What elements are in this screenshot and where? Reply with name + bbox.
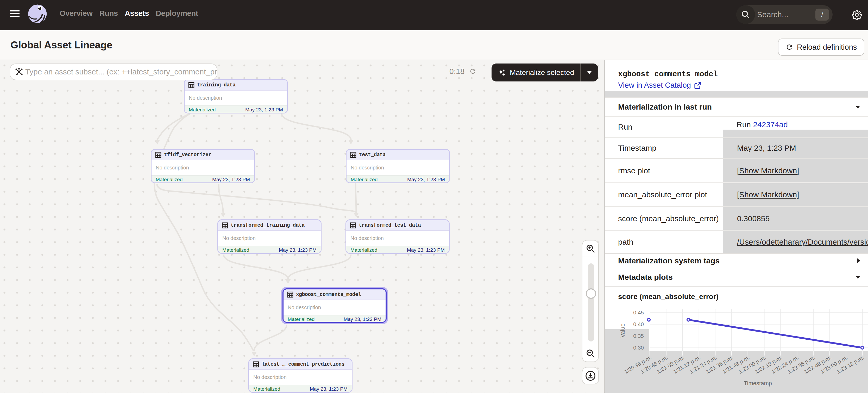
svg-text:0.45: 0.45 xyxy=(633,309,644,316)
svg-text:Value: Value xyxy=(619,324,626,338)
svg-text:Timestamp: Timestamp xyxy=(744,380,772,387)
svg-text:0.30: 0.30 xyxy=(633,345,644,351)
svg-text:0.40: 0.40 xyxy=(633,321,644,327)
svg-text:0.35: 0.35 xyxy=(633,333,644,339)
